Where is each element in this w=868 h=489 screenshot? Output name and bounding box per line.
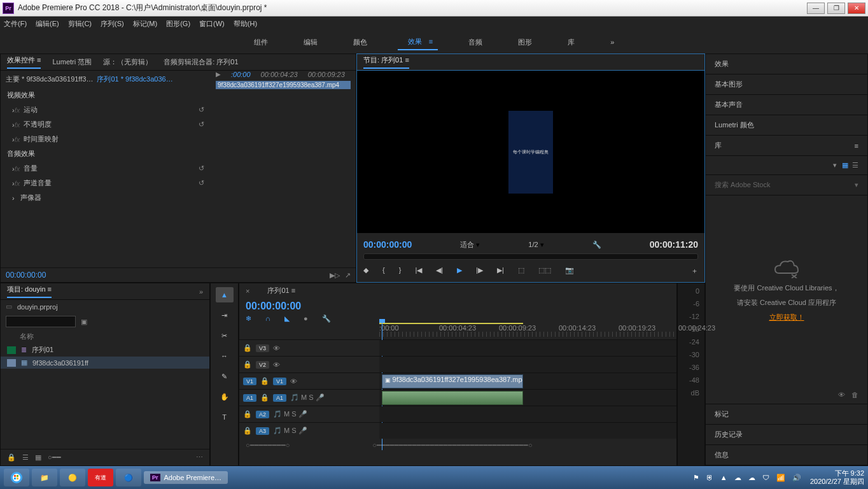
tab-effect-controls[interactable]: 效果控件 ≡ — [7, 55, 41, 69]
clip-audio[interactable] — [382, 391, 523, 405]
workspace-library[interactable]: 库 — [563, 35, 580, 50]
tab-source[interactable]: 源：（无剪辑） — [103, 57, 152, 67]
fx-panner[interactable]: › 声像器 — [1, 190, 211, 205]
tray-icons[interactable]: ⚑ ⛨ ▲ ☁ ☁ 🛡 📶 🔊 — [693, 474, 804, 482]
project-search[interactable] — [6, 316, 76, 327]
program-current-tc[interactable]: 00:00:00:00 — [363, 239, 412, 250]
go-to-out-icon[interactable]: ▶| — [497, 266, 504, 276]
hand-tool[interactable]: ✋ — [216, 389, 234, 404]
ripple-tool[interactable]: ✂ — [216, 328, 234, 343]
panel-lumetri[interactable]: Lumetri 颜色 — [706, 115, 867, 136]
loop-icon[interactable]: ▶▷ — [330, 271, 340, 280]
add-button-icon[interactable]: ＋ — [691, 266, 698, 276]
panel-essential-graphics[interactable]: 基本图形 — [706, 74, 867, 95]
clock[interactable]: 下午 9:32 2020/2/27 星期四 — [810, 469, 864, 486]
fx-channel-volume[interactable]: › fx声道音量↺ — [1, 176, 211, 190]
quality-dropdown[interactable]: 1/2 — [528, 241, 538, 248]
panel-info[interactable]: 信息 — [706, 445, 867, 465]
tab-lumetri-scopes[interactable]: Lumetri 范围 — [52, 57, 92, 67]
reset-icon[interactable]: ↺ — [199, 164, 204, 173]
export-icon[interactable]: ↗ — [345, 271, 351, 280]
track-a2[interactable]: 🔒A2🎵 M S 🎤 — [239, 406, 676, 422]
program-title[interactable]: 节目: 序列01 ≡ — [363, 55, 409, 69]
clip-bar[interactable]: 9f38dc3a036191ff327e1995938ea387.mp4 — [216, 81, 351, 89]
selection-tool[interactable]: ▲ — [216, 287, 234, 302]
program-scrubber[interactable] — [363, 253, 698, 260]
timeline-ruler[interactable]: :00:00 00:00:04:23 00:00:09:23 00:00:14:… — [379, 323, 676, 339]
list-view-icon[interactable]: ☰ — [852, 161, 858, 169]
link-icon[interactable]: ∩ — [265, 315, 270, 323]
workspace-editing[interactable]: 编辑 — [298, 35, 323, 50]
lock-icon[interactable]: 🔒 — [7, 453, 16, 462]
panel-effects[interactable]: 效果 — [706, 54, 867, 74]
pen-tool[interactable]: ✎ — [216, 369, 234, 384]
app-icon-1[interactable]: 🔵 — [116, 469, 141, 486]
menu-graphics[interactable]: 图形(G) — [166, 19, 190, 29]
reset-icon[interactable]: ↺ — [199, 120, 204, 129]
tag-icon[interactable]: ● — [304, 315, 308, 323]
panel-history[interactable]: 历史记录 — [706, 425, 867, 445]
slip-tool[interactable]: ↔ — [216, 348, 234, 364]
bin-more-icon[interactable]: ⋯ — [196, 453, 203, 462]
step-fwd-icon[interactable]: |▶ — [476, 266, 483, 276]
workspace-more[interactable]: » — [605, 36, 619, 48]
grid-view-icon[interactable]: ▦ — [842, 161, 848, 169]
sync-icon[interactable]: 👁 — [838, 391, 845, 399]
panel-markers[interactable]: 标记 — [706, 404, 867, 425]
panel-overflow-icon[interactable]: » — [199, 288, 203, 295]
explorer-icon[interactable]: 📁 — [32, 469, 57, 486]
export-frame-icon[interactable]: 📷 — [565, 266, 574, 276]
track-select-tool[interactable]: ⇥ — [216, 308, 234, 323]
chrome-icon[interactable]: 🟡 — [60, 469, 85, 486]
reset-icon[interactable]: ↺ — [199, 179, 204, 187]
thumb-icon[interactable]: ▦ — [35, 453, 41, 462]
bin-item-clip[interactable]: ▦ 9f38dc3a036191ff — [1, 357, 209, 369]
snap-icon[interactable]: ❄ — [246, 315, 251, 323]
lib-get-link[interactable]: 立即获取！ — [769, 313, 804, 322]
trash-icon[interactable]: 🗑 — [851, 391, 858, 399]
find-icon[interactable]: ▣ — [81, 318, 87, 326]
wrench-icon[interactable]: 🔧 — [322, 315, 331, 323]
workspace-effects[interactable]: 效果 ≡ — [398, 34, 438, 50]
bin-item-sequence[interactable]: ≣ 序列01 — [1, 343, 209, 357]
track-a3[interactable]: 🔒A3🎵 M S 🎤 — [239, 422, 676, 439]
close-button[interactable]: ✕ — [848, 3, 865, 14]
workspace-graphics[interactable]: 图形 — [513, 35, 537, 50]
task-premiere[interactable]: Pr Adobe Premiere… — [144, 471, 228, 484]
tab-audio-mixer[interactable]: 音频剪辑混合器: 序列01 — [164, 57, 238, 67]
fx-opacity[interactable]: › fx不透明度↺ — [1, 117, 211, 132]
clip-video[interactable]: ▣ 9f38dc3a036191ff327e1995938ea387.mp4 [… — [382, 374, 523, 388]
timeline-seq-tab[interactable]: 序列01 ≡ — [267, 286, 295, 295]
workspace-color[interactable]: 颜色 — [348, 35, 372, 50]
menu-edit[interactable]: 编辑(E) — [36, 19, 59, 29]
marker-icon[interactable]: ◆ — [363, 266, 368, 276]
step-back-icon[interactable]: ◀| — [436, 266, 443, 276]
menu-sequence[interactable]: 序列(S) — [101, 19, 124, 29]
start-button[interactable] — [4, 469, 29, 486]
workspace-assembly[interactable]: 组件 — [249, 35, 273, 50]
timeline-tc[interactable]: 00:00:00:00 — [239, 298, 676, 315]
workspace-audio[interactable]: 音频 — [463, 35, 487, 50]
lift-icon[interactable]: ⬚ — [518, 266, 524, 276]
menu-help[interactable]: 帮助(H) — [234, 19, 257, 29]
fx-time-remap[interactable]: › fx时间重映射 — [1, 132, 211, 146]
menu-clip[interactable]: 剪辑(C) — [68, 19, 92, 29]
maximize-button[interactable]: ❐ — [827, 3, 845, 14]
project-title[interactable]: 项目: douyin ≡ — [7, 285, 52, 298]
program-monitor[interactable]: 每个课时学编程奥 — [357, 71, 704, 233]
track-a1[interactable]: A1🔒A1🎵 M S 🎤 — [239, 389, 676, 406]
play-button[interactable]: ▶ — [457, 266, 462, 276]
marker-tool-icon[interactable]: ◣ — [284, 315, 290, 323]
reset-icon[interactable]: ↺ — [199, 106, 204, 114]
fx-volume[interactable]: › fx音量↺ — [1, 161, 211, 176]
audio-effects-header[interactable]: 音频效果 — [7, 149, 35, 159]
fx-motion[interactable]: › fx运动↺ — [1, 103, 211, 117]
menu-window[interactable]: 窗口(W) — [199, 19, 225, 29]
type-tool[interactable]: T — [216, 409, 234, 425]
extract-icon[interactable]: ⬚⬚ — [538, 266, 551, 276]
youdao-icon[interactable]: 有道 — [88, 469, 113, 486]
fit-dropdown[interactable]: 适合 — [460, 241, 474, 248]
minimize-button[interactable]: — — [807, 3, 825, 14]
list-icon[interactable]: ☰ — [22, 453, 29, 462]
menu-marker[interactable]: 标记(M) — [133, 19, 158, 29]
